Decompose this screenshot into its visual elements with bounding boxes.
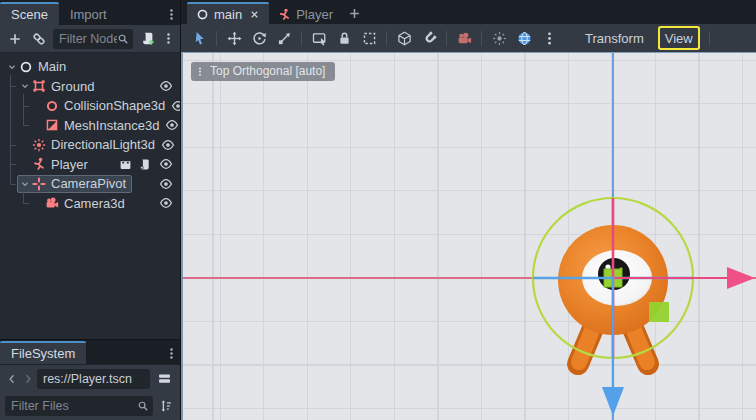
scene-dock-menu-icon[interactable] xyxy=(162,3,180,25)
preview-environment-icon[interactable] xyxy=(512,27,536,49)
filter-nodes-field[interactable] xyxy=(53,29,133,49)
static-body-node-icon xyxy=(31,79,46,94)
directional-light-node-icon xyxy=(31,137,46,152)
visibility-eye-icon[interactable] xyxy=(171,99,180,113)
view-options-icon[interactable] xyxy=(537,27,561,49)
expand-chevron-icon[interactable] xyxy=(19,81,31,91)
godot-editor-window: Scene Import MainGroundCollisionShape3dM… xyxy=(0,0,756,420)
mesh-instance-node-icon xyxy=(44,118,59,133)
tree-row-main[interactable]: Main xyxy=(0,57,180,77)
select-tool-icon[interactable] xyxy=(187,27,211,49)
new-scene-tab-icon[interactable] xyxy=(342,2,366,24)
file-sort-icon[interactable] xyxy=(157,396,175,416)
tree-item-label: Main xyxy=(38,59,66,74)
filesystem-menu-icon[interactable] xyxy=(162,342,180,364)
tree-row-player[interactable]: Player xyxy=(0,155,180,175)
scene-root-node-icon xyxy=(196,8,209,21)
player-node-icon xyxy=(278,8,291,21)
tree-row-directionallight3d[interactable]: DirectionalLight3d xyxy=(0,135,180,155)
close-tab-icon[interactable] xyxy=(249,9,260,20)
camera-node-icon xyxy=(44,196,59,211)
node-node-icon xyxy=(18,59,33,74)
history-forward-icon[interactable] xyxy=(21,373,34,385)
scale-tool-icon[interactable] xyxy=(272,27,296,49)
camera-override-icon[interactable] xyxy=(452,27,476,49)
tab-scene-label: Scene xyxy=(11,7,48,22)
filter-nodes-input[interactable] xyxy=(59,32,117,46)
viewport-view-label-text: Top Orthogonal [auto] xyxy=(210,64,325,78)
expand-chevron-icon[interactable] xyxy=(19,179,31,189)
scene-tab-player-label: Player xyxy=(296,7,333,22)
gizmo-x-move-arrow xyxy=(727,267,755,289)
visibility-eye-icon[interactable] xyxy=(161,138,175,152)
movie-badge-icon[interactable] xyxy=(119,158,132,171)
filesystem-tabbar: FileSystem xyxy=(0,339,180,364)
move-tool-icon[interactable] xyxy=(222,27,246,49)
scene-dock-toolbar xyxy=(0,25,180,53)
scene-tab-player[interactable]: Player xyxy=(269,2,342,24)
preview-sunlight-icon[interactable] xyxy=(487,27,511,49)
current-path-field[interactable] xyxy=(37,369,150,389)
scene-tab-main-label: main xyxy=(214,7,242,22)
tree-item-label: Ground xyxy=(51,79,94,94)
use-snap-icon[interactable] xyxy=(417,27,441,49)
scene-tree-menu-icon[interactable] xyxy=(161,29,175,49)
filter-files-input[interactable] xyxy=(11,399,137,413)
tree-item-label: MeshInstance3d xyxy=(64,118,159,133)
visibility-eye-icon[interactable] xyxy=(159,196,173,210)
view-menu[interactable]: View xyxy=(660,28,698,48)
tab-scene[interactable]: Scene xyxy=(0,2,59,25)
current-path-input[interactable] xyxy=(43,372,146,386)
gizmo-z-move-arrow xyxy=(602,387,624,416)
tree-item-label: Player xyxy=(51,157,88,172)
attach-script-icon[interactable] xyxy=(137,29,157,49)
gizmo-plane-handle xyxy=(649,302,669,322)
add-node-icon[interactable] xyxy=(5,29,25,49)
expand-chevron-icon[interactable] xyxy=(6,62,18,72)
use-local-space-icon[interactable] xyxy=(392,27,416,49)
tab-import[interactable]: Import xyxy=(59,2,118,25)
list-select-tool-icon[interactable] xyxy=(307,27,331,49)
collision-shape-node-icon xyxy=(44,98,59,113)
visibility-eye-icon[interactable] xyxy=(159,177,173,191)
row-badges xyxy=(119,158,151,171)
viewport-menu-icon[interactable] xyxy=(195,66,205,77)
viewport-view-label[interactable]: Top Orthogonal [auto] xyxy=(191,62,335,81)
tree-item-label: CollisionShape3d xyxy=(64,98,165,113)
player-node-icon xyxy=(31,157,46,172)
3d-viewport[interactable]: Top Orthogonal [auto] xyxy=(181,52,756,420)
filesystem-filter-row xyxy=(0,392,180,420)
search-icon xyxy=(137,400,149,412)
tree-item-label: DirectionalLight3d xyxy=(51,137,155,152)
left-dock: Scene Import MainGroundCollisionShape3dM… xyxy=(0,0,181,420)
scene-tree: MainGroundCollisionShape3dMeshInstance3d… xyxy=(0,53,180,339)
marker-node-icon xyxy=(31,176,46,191)
tree-item-label: CameraPivot xyxy=(51,176,126,191)
visibility-eye-icon[interactable] xyxy=(165,118,179,132)
tree-item-label: Camera3d xyxy=(64,196,125,211)
toggle-split-mode-icon[interactable] xyxy=(153,369,175,389)
rotate-tool-icon[interactable] xyxy=(247,27,271,49)
script-badge-icon[interactable] xyxy=(138,158,151,171)
viewport-toolbar: Transform View xyxy=(181,24,756,52)
instance-scene-icon[interactable] xyxy=(29,29,49,49)
visibility-eye-icon[interactable] xyxy=(159,157,173,171)
tab-import-label: Import xyxy=(70,7,107,22)
filesystem-nav xyxy=(0,364,180,392)
tree-row-ground[interactable]: Ground xyxy=(0,77,180,97)
group-selected-icon[interactable] xyxy=(357,27,381,49)
scene-dock-tabbar: Scene Import xyxy=(0,0,180,25)
visibility-eye-icon[interactable] xyxy=(159,79,173,93)
transform-menu[interactable]: Transform xyxy=(576,28,653,48)
lock-selected-icon[interactable] xyxy=(332,27,356,49)
tab-filesystem[interactable]: FileSystem xyxy=(0,341,86,364)
scene-tab-main[interactable]: main xyxy=(187,2,269,24)
history-back-icon[interactable] xyxy=(5,373,18,385)
viewport-gizmo-overlay xyxy=(183,53,756,420)
search-icon xyxy=(117,33,129,45)
tree-row-camerapivot[interactable]: CameraPivot xyxy=(0,174,180,194)
main-area: main Player Transform View xyxy=(181,0,756,420)
filter-files-field[interactable] xyxy=(5,396,153,416)
scene-tabbar: main Player xyxy=(181,0,756,24)
tab-filesystem-label: FileSystem xyxy=(11,346,75,361)
